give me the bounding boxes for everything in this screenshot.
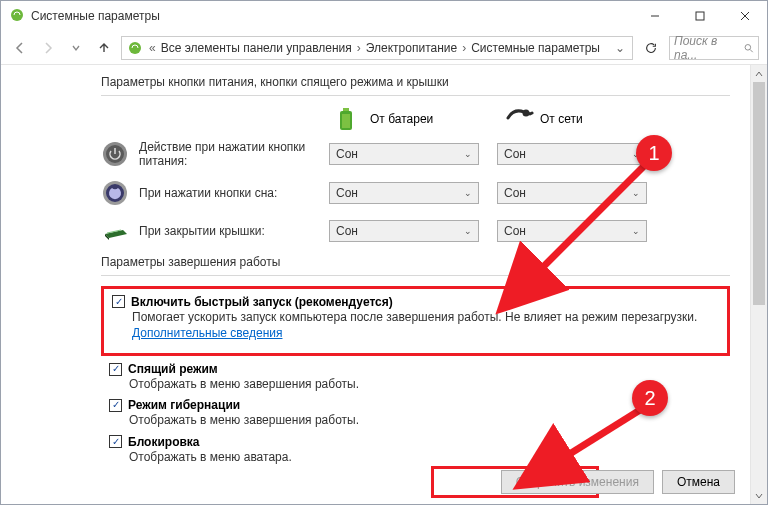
save-button[interactable]: Сохранить изменения <box>501 470 654 494</box>
lock-desc: Отображать в меню аватара. <box>109 449 730 465</box>
row1-label: Действие при нажатии кнопки питания: <box>139 140 319 169</box>
button-bar: Сохранить изменения Отмена <box>501 470 735 494</box>
row3-battery-select[interactable]: Сон⌄ <box>329 220 479 242</box>
lock-label: Блокировка <box>128 435 200 449</box>
chevron-down-icon: ⌄ <box>464 149 472 159</box>
app-icon <box>9 7 25 26</box>
sleep-button-row: При нажатии кнопки сна: Сон⌄ Сон⌄ <box>101 179 730 207</box>
chevron-down-icon: ⌄ <box>464 188 472 198</box>
bc-item[interactable]: Все элементы панели управления <box>161 41 352 55</box>
col-battery-label: От батареи <box>370 112 433 126</box>
row2-ac-select[interactable]: Сон⌄ <box>497 182 647 204</box>
bc-overflow-icon[interactable]: « <box>146 41 159 55</box>
divider <box>101 275 730 276</box>
row2-label: При нажатии кнопки сна: <box>139 186 319 200</box>
row3-ac-select[interactable]: Сон⌄ <box>497 220 647 242</box>
power-icon <box>101 140 129 168</box>
svg-rect-10 <box>342 114 350 128</box>
close-button[interactable] <box>722 2 767 30</box>
cancel-button[interactable]: Отмена <box>662 470 735 494</box>
window-title: Системные параметры <box>31 9 160 23</box>
refresh-button[interactable] <box>639 36 663 60</box>
scroll-down-button[interactable] <box>751 487 767 504</box>
content-area: Параметры кнопки питания, кнопки спящего… <box>1 65 767 504</box>
fast-startup-check: ✓ Включить быстрый запуск (рекомендуется… <box>112 295 719 341</box>
lid-close-row: При закрытии крышки: Сон⌄ Сон⌄ <box>101 217 730 245</box>
svg-point-11 <box>523 110 530 117</box>
fast-startup-highlight: ✓ Включить быстрый запуск (рекомендуется… <box>101 286 730 356</box>
row2-battery-select[interactable]: Сон⌄ <box>329 182 479 204</box>
scroll-up-button[interactable] <box>751 65 767 82</box>
battery-icon <box>336 106 362 132</box>
chevron-down-icon: ⌄ <box>632 188 640 198</box>
section2-title: Параметры завершения работы <box>101 255 730 269</box>
bc-item[interactable]: Системные параметры <box>471 41 600 55</box>
scroll-thumb[interactable] <box>753 82 765 305</box>
svg-point-6 <box>745 44 751 50</box>
chevron-down-icon: ⌄ <box>632 226 640 236</box>
hibernate-label: Режим гибернации <box>128 398 240 412</box>
vertical-scrollbar[interactable] <box>750 65 767 504</box>
search-placeholder: Поиск в па... <box>674 34 739 62</box>
up-button[interactable] <box>93 37 115 59</box>
back-button[interactable] <box>9 37 31 59</box>
fast-label: Включить быстрый запуск (рекомендуется) <box>131 295 393 309</box>
search-icon <box>743 42 754 54</box>
section1-title: Параметры кнопки питания, кнопки спящего… <box>101 75 730 89</box>
chevron-down-icon: ⌄ <box>464 226 472 236</box>
recent-drop-button[interactable] <box>65 37 87 59</box>
chevron-right-icon: › <box>459 41 469 55</box>
window: Системные параметры « Все элементы панел… <box>0 0 768 505</box>
svg-point-5 <box>129 42 141 54</box>
chevron-down-icon[interactable]: ⌄ <box>612 41 628 55</box>
callout-2: 2 <box>632 380 668 416</box>
forward-button[interactable] <box>37 37 59 59</box>
sleep-icon <box>101 179 129 207</box>
more-info-link[interactable]: Дополнительные сведения <box>132 326 282 340</box>
svg-line-7 <box>750 49 753 52</box>
checkbox-checked-icon[interactable]: ✓ <box>112 295 125 308</box>
titlebar: Системные параметры <box>1 1 767 31</box>
hibernate-desc: Отображать в меню завершения работы. <box>109 412 730 428</box>
callout-1: 1 <box>636 135 672 171</box>
laptop-lid-icon <box>101 217 129 245</box>
row3-label: При закрытии крышки: <box>139 224 319 238</box>
checkbox-checked-icon[interactable]: ✓ <box>109 435 122 448</box>
svg-rect-8 <box>343 108 349 111</box>
checkbox-checked-icon[interactable]: ✓ <box>109 399 122 412</box>
svg-rect-2 <box>696 12 704 20</box>
maximize-button[interactable] <box>677 2 722 30</box>
fast-desc: Помогает ускорить запуск компьютера посл… <box>132 310 697 324</box>
divider <box>101 95 730 96</box>
lock-check: ✓ Блокировка Отображать в меню аватара. <box>101 435 730 465</box>
search-input[interactable]: Поиск в па... <box>669 36 759 60</box>
power-options-icon <box>126 39 144 57</box>
sleep-label: Спящий режим <box>128 362 218 376</box>
checkbox-checked-icon[interactable]: ✓ <box>109 363 122 376</box>
col-ac-label: От сети <box>540 112 583 126</box>
minimize-button[interactable] <box>632 2 677 30</box>
svg-point-0 <box>11 9 23 21</box>
row1-ac-select[interactable]: Сон⌄ <box>497 143 647 165</box>
chevron-right-icon: › <box>354 41 364 55</box>
bc-item[interactable]: Электропитание <box>366 41 457 55</box>
row1-battery-select[interactable]: Сон⌄ <box>329 143 479 165</box>
nav-toolbar: « Все элементы панели управления › Элект… <box>1 31 767 65</box>
ac-plug-icon <box>506 106 532 132</box>
breadcrumb[interactable]: « Все элементы панели управления › Элект… <box>121 36 633 60</box>
